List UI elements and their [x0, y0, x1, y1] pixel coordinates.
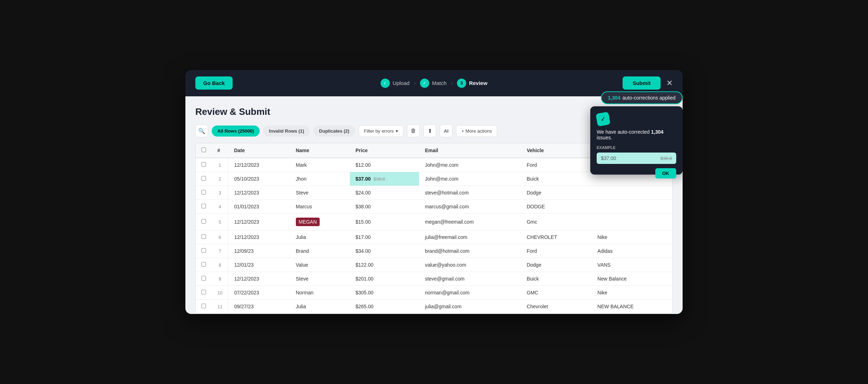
cell-name: Steve — [290, 186, 350, 200]
select-all-checkbox[interactable] — [201, 148, 206, 152]
cell-email: marcus@gmail.com — [419, 200, 521, 214]
table-row: 312/12/2023Steve$24.00steve@hotmail.comD… — [196, 186, 672, 200]
cell-price: $24.00 — [350, 186, 419, 200]
cell-vehicle: Buick — [521, 172, 592, 186]
row-checkbox-cell[interactable] — [196, 272, 212, 286]
cell-date: 01/01/2023 — [228, 200, 290, 214]
main-window: Go Back ✓ Upload › ✓ Match › 3 Review Su… — [185, 70, 683, 314]
upload-icon[interactable]: ⬆ — [423, 124, 436, 137]
autocorrect-card: ✓ We have auto-corrected 1,304 issues. E… — [590, 106, 683, 175]
top-right-actions: Submit ✕ — [623, 76, 673, 90]
cell-email: megan@freemail.com — [419, 214, 521, 230]
example-new-value: $36.8 — [660, 156, 672, 161]
filter-button[interactable]: Filter by errors ▾ — [359, 125, 404, 137]
row-checkbox-cell[interactable] — [196, 186, 212, 200]
row-checkbox[interactable] — [201, 304, 206, 308]
price-corrected: $37.00 — [356, 176, 371, 182]
row-checkbox[interactable] — [201, 248, 206, 253]
autocorrect-count: 1,304 — [608, 95, 620, 101]
cell-email: steve@gmail.com — [419, 272, 521, 286]
row-number: 3 — [212, 186, 228, 200]
cell-email: value@yahoo.com — [419, 258, 521, 272]
row-number: 8 — [212, 258, 228, 272]
cell-date: 12/09/23 — [228, 244, 290, 258]
cell-price: $17.00 — [350, 230, 419, 244]
row-checkbox[interactable] — [201, 219, 206, 224]
row-checkbox-cell[interactable] — [196, 200, 212, 214]
row-checkbox-cell[interactable] — [196, 172, 212, 186]
cell-name: Julia — [290, 230, 350, 244]
review-num-icon: 3 — [457, 79, 466, 88]
tab-duplicates[interactable]: Duplicates (2) — [313, 126, 355, 137]
row-checkbox-cell[interactable] — [196, 244, 212, 258]
cell-brand — [592, 200, 672, 214]
cell-date: 09/27/23 — [228, 300, 290, 314]
cell-name: Julia — [290, 300, 350, 314]
tab-all-rows[interactable]: All Rows (25000) — [212, 126, 260, 137]
cell-vehicle: DODGE — [521, 200, 592, 214]
row-number: 1 — [212, 158, 228, 172]
row-checkbox[interactable] — [201, 176, 206, 181]
row-number: 5 — [212, 214, 228, 230]
row-number: 11 — [212, 300, 228, 314]
cell-price: $305.00 — [350, 286, 419, 300]
row-checkbox-cell[interactable] — [196, 230, 212, 244]
checkbox-header[interactable] — [196, 143, 212, 158]
row-checkbox[interactable] — [201, 262, 206, 267]
tab-invalid-rows[interactable]: Invalid Rows (1) — [263, 126, 310, 137]
arrow-2: › — [451, 80, 452, 86]
submit-button[interactable]: Submit — [623, 76, 661, 90]
table-row: 712/09/23Brand$34.00brand@hotmail.comFor… — [196, 244, 672, 258]
col-price: Price — [350, 143, 419, 158]
delete-icon[interactable]: 🗑 — [407, 124, 420, 137]
row-checkbox[interactable] — [201, 234, 206, 239]
table-row: 812/01/23Value$122.00value@yahoo.comDodg… — [196, 258, 672, 272]
filter-label: Filter by errors — [364, 128, 394, 134]
cell-name: Mark — [290, 158, 350, 172]
row-number: 9 — [212, 272, 228, 286]
cell-name: Jhon — [290, 172, 350, 186]
row-checkbox[interactable] — [201, 204, 206, 208]
autocorrect-ok-button[interactable]: OK — [655, 168, 677, 178]
cell-brand: Nike — [592, 230, 672, 244]
cell-price: $265.00 — [350, 300, 419, 314]
row-number: 10 — [212, 286, 228, 300]
row-checkbox[interactable] — [201, 162, 206, 167]
row-number: 2 — [212, 172, 228, 186]
cell-vehicle: Gmc — [521, 214, 592, 230]
cell-vehicle: GMC — [521, 286, 592, 300]
row-checkbox-cell[interactable] — [196, 286, 212, 300]
table-row: 912/12/2023Steve$201.00steve@gmail.comBu… — [196, 272, 672, 286]
search-icon[interactable]: 🔍 — [195, 124, 208, 137]
close-button[interactable]: ✕ — [666, 79, 673, 88]
cell-price: $34.00 — [350, 244, 419, 258]
cell-brand: Nike — [592, 286, 672, 300]
table-row: 1007/22/2023Norman$305.00norman@gmail.co… — [196, 286, 672, 300]
ai-button[interactable]: AI — [440, 124, 452, 137]
row-number: 4 — [212, 200, 228, 214]
cell-date: 12/12/2023 — [228, 230, 290, 244]
cell-name: Value — [290, 258, 350, 272]
cell-date: 05/10/2023 — [228, 172, 290, 186]
cell-name: Norman — [290, 286, 350, 300]
cell-name: MEGAN — [290, 214, 350, 230]
cell-brand: VANS — [592, 258, 672, 272]
row-checkbox[interactable] — [201, 276, 206, 281]
row-checkbox-cell[interactable] — [196, 258, 212, 272]
row-checkbox-cell[interactable] — [196, 214, 212, 230]
cell-brand: NEW BALANCE — [592, 300, 672, 314]
cell-vehicle: Buick — [521, 272, 592, 286]
go-back-button[interactable]: Go Back — [195, 76, 233, 90]
row-checkbox[interactable] — [201, 190, 206, 194]
row-checkbox[interactable] — [201, 290, 206, 294]
cell-vehicle: Chevrolet — [521, 300, 592, 314]
row-checkbox-cell[interactable] — [196, 300, 212, 314]
col-date: Date — [228, 143, 290, 158]
cell-price: $201.00 — [350, 272, 419, 286]
cell-price: $38.00 — [350, 200, 419, 214]
cell-price: $12.00 — [350, 158, 419, 172]
row-checkbox-cell[interactable] — [196, 158, 212, 172]
name-error-badge: MEGAN — [296, 218, 320, 226]
cell-brand — [592, 214, 672, 230]
more-actions-button[interactable]: + More actions — [456, 125, 497, 137]
